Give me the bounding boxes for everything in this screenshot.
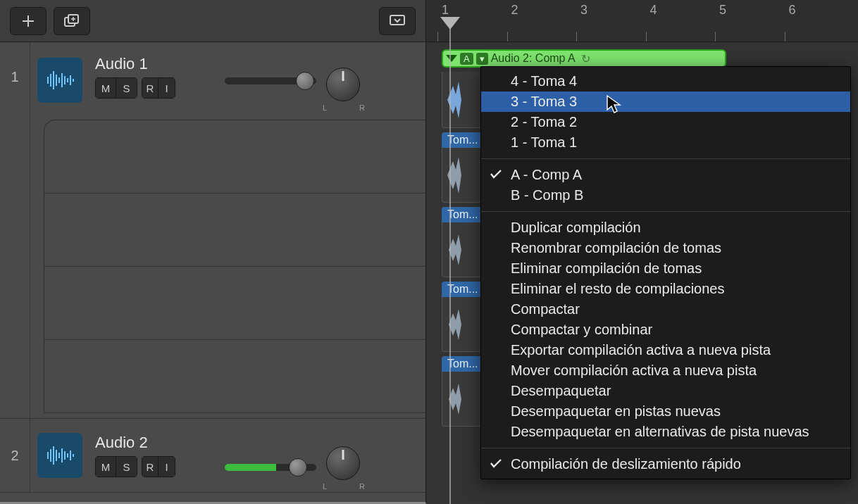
track-panel-menu-button[interactable]	[379, 7, 416, 35]
take-lane[interactable]	[44, 194, 425, 267]
loop-icon: ↻	[581, 52, 590, 65]
take-lane[interactable]	[44, 267, 425, 340]
input-button[interactable]: I	[158, 456, 175, 477]
duplicate-track-button[interactable]	[54, 7, 90, 35]
menu-item-action[interactable]: Desempaquetar en pistas nuevas	[481, 401, 850, 422]
solo-button[interactable]: S	[116, 456, 137, 477]
menu-item-action[interactable]: Duplicar compilación	[481, 218, 850, 238]
track-header-panel: 1 Audio 1 M S R I	[0, 0, 426, 504]
solo-button[interactable]: S	[116, 77, 137, 99]
pan-knob[interactable]: L R	[326, 68, 360, 101]
add-track-button[interactable]	[10, 7, 46, 35]
menu-item-toma3[interactable]: 3 - Toma 3	[481, 92, 850, 112]
check-icon	[490, 458, 502, 468]
track-row-1[interactable]: 1 Audio 1 M S R I	[0, 42, 425, 419]
volume-slider[interactable]	[225, 464, 316, 471]
track-row-2[interactable]: 2 Audio 2 M S R I	[0, 419, 425, 493]
region-title: Audio 2: Comp A	[491, 52, 576, 65]
menu-item-toma4[interactable]: 4 - Toma 4	[481, 71, 850, 92]
mute-button[interactable]: M	[95, 77, 116, 99]
take-lane[interactable]	[44, 120, 425, 194]
timeline-ruler[interactable]: 1 2 3 4 5 6	[426, 0, 858, 42]
pan-knob[interactable]: L R	[326, 446, 360, 480]
track-name[interactable]: Audio 1	[95, 55, 222, 73]
track-type-icon[interactable]	[37, 433, 82, 478]
svg-rect-6	[390, 15, 404, 25]
menu-item-comp-a[interactable]: A - Comp A	[481, 165, 850, 185]
menu-item-action[interactable]: Compactar	[481, 299, 850, 320]
menu-item-action[interactable]: Exportar compilación activa a nueva pist…	[481, 340, 850, 360]
record-button[interactable]: R	[142, 456, 158, 477]
track-name[interactable]: Audio 2	[95, 434, 222, 452]
menu-item-action[interactable]: Desempaquetar en alternativas de pista n…	[481, 422, 850, 442]
record-button[interactable]: R	[142, 77, 158, 99]
menu-item-quick-swipe[interactable]: Compilación de deslizamiento rápido	[481, 454, 850, 474]
mute-button[interactable]: M	[95, 456, 116, 477]
volume-slider[interactable]	[225, 77, 316, 84]
menu-item-action[interactable]: Renombrar compilación de tomas	[481, 238, 850, 258]
menu-item-comp-b[interactable]: B - Comp B	[481, 185, 850, 206]
track-toolbar	[0, 0, 425, 42]
menu-item-action[interactable]: Compactar y combinar	[481, 320, 850, 340]
menu-item-action[interactable]: Desempaquetar	[481, 381, 850, 401]
take-folder-context-menu: 4 - Toma 4 3 - Toma 3 2 - Toma 2 1 - Tom…	[480, 66, 851, 479]
comp-badge[interactable]: A	[460, 53, 473, 65]
take-lanes	[44, 120, 425, 413]
input-button[interactable]: I	[158, 77, 175, 99]
playhead-line[interactable]	[449, 28, 451, 504]
track-number: 2	[0, 448, 30, 464]
track-number: 1	[0, 42, 30, 85]
take-lane[interactable]	[44, 340, 425, 413]
track-buttons: M S R I	[95, 77, 222, 99]
check-icon	[490, 169, 502, 179]
menu-item-toma1[interactable]: 1 - Toma 1	[481, 132, 850, 153]
take-menu-icon[interactable]: ▾	[476, 53, 488, 65]
cursor-icon	[606, 94, 623, 114]
take-folder-header[interactable]: A ▾ Audio 2: Comp A ↻	[442, 49, 726, 68]
menu-item-toma2[interactable]: 2 - Toma 2	[481, 112, 850, 132]
track-type-icon[interactable]	[37, 58, 82, 103]
menu-item-action[interactable]: Eliminar el resto de compilaciones	[481, 279, 850, 299]
menu-item-action[interactable]: Mover compilación activa a nueva pista	[481, 360, 850, 381]
menu-item-action[interactable]: Eliminar compilación de tomas	[481, 258, 850, 279]
disclosure-triangle-icon[interactable]	[446, 55, 457, 62]
